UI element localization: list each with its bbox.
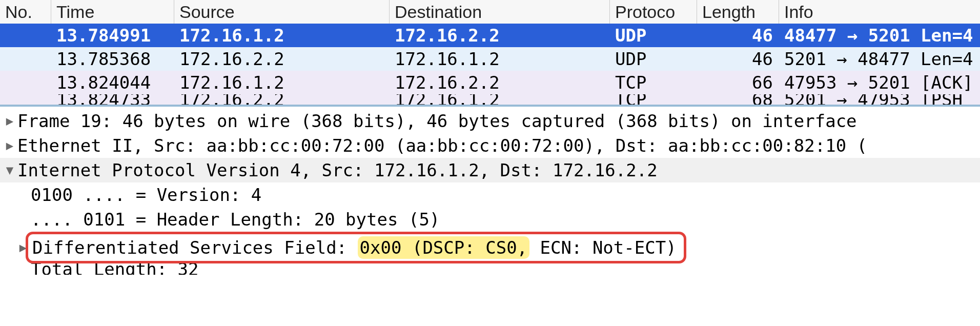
tree-label: .... 0101 = Header Length: 20 bytes (5) (31, 207, 440, 232)
tree-label-suffix: ECN: Not-ECT) (529, 237, 677, 258)
cell-destination: 172.16.2.2 (390, 25, 610, 46)
cell-destination: 172.16.1.2 (390, 94, 610, 106)
tree-node-dsfield[interactable]: ▶ Differentiated Services Field: 0x00 (D… (0, 232, 980, 263)
tree-label: Internet Protocol Version 4, Src: 172.16… (17, 158, 658, 182)
cell-time: 13.824733 (51, 94, 174, 106)
annotation-callout: Differentiated Services Field: 0x00 (DSC… (26, 232, 686, 263)
tree-label-prefix: Differentiated Services Field: (32, 237, 358, 258)
cell-info: 5201 → 47953 [PSH (779, 94, 980, 106)
disclosure-triangle-icon[interactable]: ▼ (2, 158, 17, 182)
tree-node-ethernet[interactable]: ▶ Ethernet II, Src: aa:bb:cc:00:72:00 (a… (0, 133, 980, 158)
tree-node-header-length[interactable]: .... 0101 = Header Length: 20 bytes (5) (0, 207, 980, 232)
packet-row[interactable]: 13.785368 172.16.2.2 172.16.1.2 UDP 46 5… (0, 47, 980, 71)
annotation-highlight: 0x00 (DSCP: CS0, (358, 236, 530, 259)
cell-length: 46 (697, 49, 779, 69)
cell-time: 13.784991 (51, 25, 174, 46)
wireshark-window: No. Time Source Destination Protoco Leng… (0, 0, 980, 326)
cell-destination: 172.16.2.2 (390, 72, 610, 93)
col-header-destination[interactable]: Destination (390, 0, 610, 24)
tree-label: 0100 .... = Version: 4 (31, 182, 261, 207)
cell-length: 68 (697, 94, 779, 106)
tree-label: Total Length: 32 (31, 263, 199, 275)
packet-row[interactable]: 13.784991 172.16.1.2 172.16.2.2 UDP 46 4… (0, 24, 980, 47)
cell-info: 47953 → 5201 [ACK] (779, 72, 980, 93)
cell-info: 48477 → 5201 Len=4 (779, 25, 980, 46)
packet-row[interactable]: 13.824733 172.16.2.2 172.16.1.2 TCP 68 5… (0, 94, 980, 106)
tree-node-frame[interactable]: ▶ Frame 19: 46 bytes on wire (368 bits),… (0, 109, 980, 133)
packet-list-pane[interactable]: No. Time Source Destination Protoco Leng… (0, 0, 980, 107)
cell-length: 66 (697, 72, 779, 93)
cell-source: 172.16.1.2 (174, 72, 390, 93)
col-header-length[interactable]: Length (697, 0, 779, 24)
col-header-no[interactable]: No. (0, 0, 51, 24)
cell-info: 5201 → 48477 Len=4 (779, 49, 980, 69)
cell-length: 46 (697, 25, 779, 46)
cell-protocol: TCP (610, 94, 697, 106)
col-header-time[interactable]: Time (51, 0, 174, 24)
cell-protocol: UDP (610, 49, 697, 69)
packet-row[interactable]: 13.824044 172.16.1.2 172.16.2.2 TCP 66 4… (0, 71, 980, 94)
disclosure-triangle-icon[interactable]: ▶ (2, 133, 17, 158)
cell-protocol: TCP (610, 72, 697, 93)
col-header-protocol[interactable]: Protoco (610, 0, 697, 24)
cell-source: 172.16.1.2 (174, 25, 390, 46)
cell-protocol: UDP (610, 25, 697, 46)
cell-source: 172.16.2.2 (174, 94, 390, 106)
cell-destination: 172.16.1.2 (390, 49, 610, 69)
col-header-source[interactable]: Source (174, 0, 390, 24)
tree-label: Frame 19: 46 bytes on wire (368 bits), 4… (17, 109, 857, 133)
cell-time: 13.824044 (51, 72, 174, 93)
tree-node-ip[interactable]: ▼ Internet Protocol Version 4, Src: 172.… (0, 158, 980, 182)
col-header-info[interactable]: Info (779, 0, 980, 24)
cell-source: 172.16.2.2 (174, 49, 390, 69)
cell-time: 13.785368 (51, 49, 174, 69)
packet-details-pane[interactable]: ▶ Frame 19: 46 bytes on wire (368 bits),… (0, 107, 980, 326)
disclosure-triangle-icon[interactable]: ▶ (2, 109, 17, 133)
tree-label: Ethernet II, Src: aa:bb:cc:00:72:00 (aa:… (17, 133, 867, 158)
tree-node-total-length[interactable]: Total Length: 32 (0, 263, 980, 275)
tree-node-version[interactable]: 0100 .... = Version: 4 (0, 182, 980, 207)
packet-list-headers[interactable]: No. Time Source Destination Protoco Leng… (0, 0, 980, 24)
